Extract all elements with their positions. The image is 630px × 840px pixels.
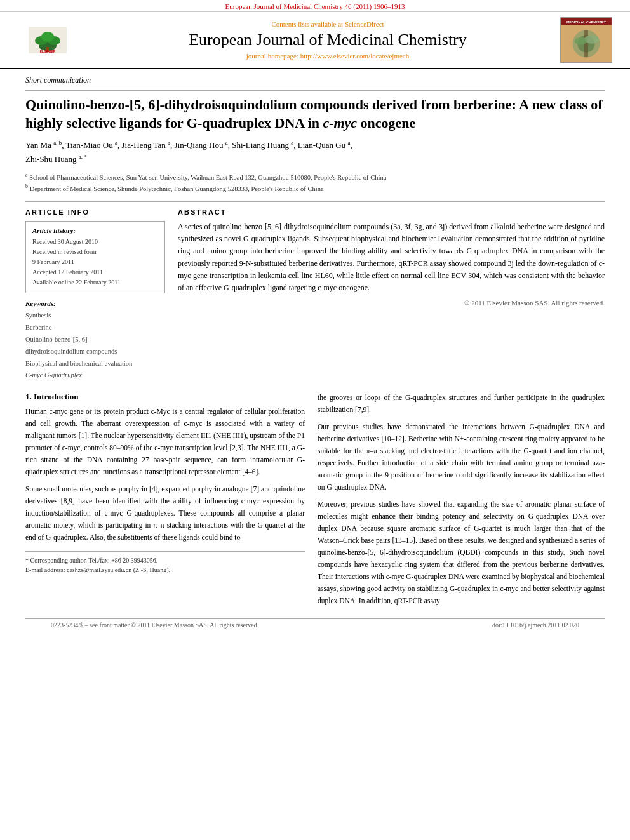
footnote-area: * Corresponding author. Tel./fax: +86 20… [25,551,305,575]
keywords-label: Keywords: [25,300,165,307]
abstract-section-label: ABSTRACT [178,208,605,216]
copyright-line: © 2011 Elsevier Masson SAS. All rights r… [178,299,605,307]
main-content: Short communication Quinolino-benzo-[5, … [0,69,630,644]
sciencedirect-line: Contents lists available at ScienceDirec… [102,20,554,28]
svg-text:MEDICINAL CHEMISTRY: MEDICINAL CHEMISTRY [566,20,607,24]
footnote-email: E-mail address: ceshzs@mail.sysu.edu.cn … [25,565,305,575]
keywords-box: Keywords: Synthesis Berberine Quinolino-… [25,300,165,382]
intro-para2: Some small molecules, such as porphyrin … [25,483,305,543]
abstract-column: ABSTRACT A series of quinolino-benzo-[5,… [178,208,605,382]
revised-date: 9 February 2011 [32,257,158,267]
bottom-bar: 0223-5234/$ – see front matter © 2011 El… [25,618,605,631]
elsevier-logo-area: ELSEVIER [13,21,95,59]
keyword-biophysical: Biophysical and biochemical evaluation [25,358,165,370]
received-revised-label: Received in revised form [32,247,158,257]
sciencedirect-link-text[interactable]: ScienceDirect [345,20,384,28]
received-date: Received 30 August 2010 [32,237,158,247]
article-info-box: Article history: Received 30 August 2010… [25,221,165,293]
authors-line: Yan Ma a, b, Tian-Miao Ou a, Jia-Heng Ta… [25,138,605,166]
article-info-section-label: ARTICLE INFO [25,208,165,216]
journal-header-center: Contents lists available at ScienceDirec… [102,20,554,60]
intro-para1: Human c-myc gene or its protein product … [25,406,305,478]
journal-cover-area: MEDICINAL CHEMISTRY [560,17,617,63]
article-info-column: ARTICLE INFO Article history: Received 3… [25,208,165,382]
keyword-berberine: Berberine [25,322,165,334]
body-left-col: 1. Introduction Human c-myc gene or its … [25,392,305,611]
footnote-corresponding: * Corresponding author. Tel./fax: +86 20… [25,556,305,565]
body-two-col: 1. Introduction Human c-myc gene or its … [25,392,605,611]
affiliation-b: Department of Medical Science, Shunde Po… [30,185,324,192]
svg-point-4 [41,32,54,42]
article-info-abstract: ARTICLE INFO Article history: Received 3… [25,208,605,382]
svg-point-14 [575,37,587,45]
history-label: Article history: [32,227,158,234]
body-right-col: the grooves or loops of the G-quadruplex… [318,392,605,611]
keyword-synthesis: Synthesis [25,310,165,322]
accepted-date: Accepted 12 February 2011 [32,267,158,277]
keyword-quinolino: Quinolino-benzo-[5, 6]- [25,334,165,346]
affiliations: a School of Pharmaceutical Sciences, Sun… [25,171,605,194]
intro-heading: 1. Introduction [25,392,305,402]
right-para1: the grooves or loops of the G-quadruplex… [318,392,605,416]
article-title: Quinolino-benzo-[5, 6]-dihydroisoquindol… [25,96,605,132]
right-para2: Our previous studies have demonstrated t… [318,421,605,493]
contents-text: Contents lists available at [271,20,343,28]
svg-point-13 [584,35,599,44]
article-title-end: oncogene [357,115,415,131]
journal-title-display: European Journal of Medicinal Chemistry [102,30,554,50]
available-date: Available online 22 February 2011 [32,277,158,288]
article-type-label: Short communication [25,76,605,85]
article-title-text: Quinolino-benzo-[5, 6]-dihydroisoquindol… [25,97,603,131]
article-title-italic: c-myc [323,115,357,131]
doi-info: doi:10.1016/j.ejmech.2011.02.020 [492,622,579,629]
abstract-text: A series of quinolino-benzo-[5, 6]-dihyd… [178,221,605,294]
journal-header: ELSEVIER Contents lists available at Sci… [0,12,630,69]
affiliation-a: School of Pharmaceutical Sciences, Sun Y… [29,174,386,181]
journal-top-bar: European Journal of Medicinal Chemistry … [0,0,630,12]
issn-info: 0223-5234/$ – see front matter © 2011 El… [51,622,258,629]
right-para3: Moreover, previous studies have showed t… [318,498,605,607]
keyword-dihydro: dihydroisoquindolium compounds [25,346,165,358]
journal-citation: European Journal of Medicinal Chemistry … [225,3,405,10]
svg-text:ELSEVIER: ELSEVIER [40,50,56,53]
journal-homepage-line: journal homepage: http://www.elsevier.co… [102,52,554,60]
body-section: 1. Introduction Human c-myc gene or its … [25,392,605,611]
keyword-cmyc: C-myc G-quadruplex [25,370,165,382]
